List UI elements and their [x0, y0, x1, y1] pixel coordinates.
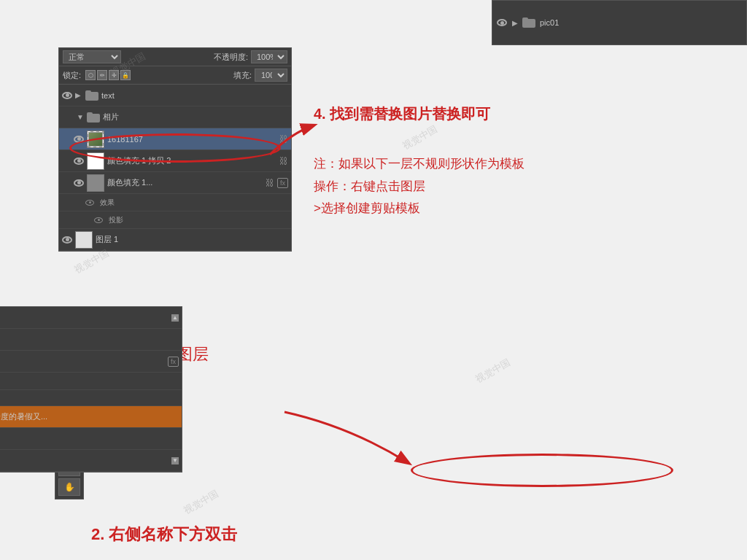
layer-name-pic01: pic01 — [540, 18, 559, 27]
eye-icon-color-fill-copy2[interactable] — [74, 158, 84, 165]
br-layer-name-text: text — [0, 314, 169, 322]
layer-name-layer1: 图层 1 — [96, 234, 288, 245]
layer-row-photo[interactable]: ▼ 相片 — [59, 106, 291, 128]
lock-brush-icon[interactable]: ✏ — [97, 70, 107, 80]
layer-row-color-fill-copy2[interactable]: 颜色填充 1 拷贝 2 ⛓ — [59, 150, 291, 172]
watermark-5: 视觉中国 — [182, 487, 221, 518]
panel-mode-row: 正常 不透明度: 100% — [59, 48, 291, 66]
br-layer-name-layer1: 图层 1 — [0, 455, 169, 466]
opacity-label: 不透明度: — [214, 52, 248, 63]
scrollbar-up[interactable]: ▲ — [171, 314, 179, 322]
watermark-2: 视觉中国 — [400, 122, 440, 153]
eye-icon-photo[interactable] — [62, 112, 74, 123]
lock-label: 锁定: — [63, 70, 81, 81]
scrollbar-down[interactable]: ▼ — [171, 457, 179, 464]
layer-thumb-color-fill — [87, 174, 104, 192]
br-layer-row-01[interactable]: ▼ 01 fx — [0, 351, 182, 373]
layer-row-color-fill[interactable]: 颜色填充 1... ⛓ fx — [59, 172, 291, 194]
br-layer-row-photo[interactable]: ▶ 相片 — [0, 428, 182, 450]
hand-tool[interactable]: ✋ — [58, 478, 80, 496]
expand-arrow-text[interactable]: ▶ — [75, 91, 82, 99]
annotation-note-line1: 注：如果以下一层不规则形状作为模板 — [314, 153, 525, 176]
chain-icon-color-fill: ⛓ — [266, 178, 274, 188]
br-layer-name-01: 01 — [0, 357, 165, 366]
effects-label: 效果 — [100, 198, 115, 208]
br-layer-name-02: 02 — [0, 335, 179, 344]
folder-icon-pic01 — [522, 18, 535, 28]
layer-row-drop-shadow: 投影 — [59, 211, 291, 229]
br-layer-row-02[interactable]: ▶ 02 — [0, 329, 182, 351]
annotation-step4: 4. 找到需替换图片替换即可 — [314, 102, 490, 125]
layer-thumb-16181167 — [87, 131, 104, 148]
arrow-expand-pic01[interactable]: ▶ — [512, 19, 518, 27]
layer-thumb-layer1 — [75, 231, 93, 249]
eye-icon-16181167[interactable] — [74, 136, 84, 143]
fill-select[interactable]: 100% — [255, 69, 287, 82]
panel-lock-row: 锁定: ⬡ ✏ ✛ 🔒 填充: 100% — [59, 66, 291, 85]
expand-arrow-photo[interactable]: ▼ — [77, 113, 84, 121]
eye-icon-color-fill[interactable] — [74, 179, 84, 187]
layer-name-photo: 相片 — [103, 112, 288, 122]
drop-shadow-label: 投影 — [109, 215, 123, 225]
layer-name-color-fill: 颜色填充 1... — [107, 177, 261, 188]
chain-icon-16181167: ⛓ — [279, 134, 288, 144]
eye-icon-drop-shadow[interactable] — [94, 217, 103, 223]
bottom-annotation-text: 2. 右侧名称下方双击 — [91, 525, 237, 543]
fill-label: 填充: — [233, 70, 252, 81]
annotation-note-line3: >选择创建剪贴模板 — [314, 198, 525, 220]
layer-name-16181167: 16181167 — [107, 135, 275, 144]
top-right-layers-panel: ▶ pic01 — [492, 0, 747, 45]
br-layer-name-photo: 相片 — [0, 433, 179, 444]
layer-thumb-color-fill-copy2 — [87, 152, 104, 170]
opacity-select[interactable]: 100% — [251, 50, 287, 63]
annotation-note-line2: 操作：右键点击图层 — [314, 176, 525, 198]
lock-icons-group: ⬡ ✏ ✛ 🔒 — [85, 70, 131, 80]
br-layer-row-text[interactable]: ▼ text ▲ — [0, 307, 182, 329]
annotation-note: 注：如果以下一层不规则形状作为模板 操作：右键点击图层 >选择创建剪贴模板 — [314, 153, 525, 220]
lock-position-icon[interactable]: ✛ — [109, 70, 119, 80]
layer-name-color-fill-copy2: 颜色填充 1 拷贝 2 — [107, 155, 275, 166]
br-fx-badge-01: fx — [168, 357, 179, 367]
lock-all-icon[interactable]: 🔒 — [120, 70, 131, 80]
blend-mode-select[interactable]: 正常 — [63, 50, 121, 63]
bottom-layers-panel: ▼ text ▲ ▶ 02 ▼ 01 fx 效果 — [0, 306, 182, 472]
top-layers-panel: 正常 不透明度: 100% 锁定: ⬡ ✏ ✛ 🔒 填充: 100% ▶ tex… — [58, 47, 292, 252]
br-layer-name-text-content: 一年一度的暑假又... — [0, 411, 179, 422]
layer-row-16181167[interactable]: 16181167 ⛓ — [59, 128, 291, 150]
eye-icon-pic01[interactable] — [496, 17, 508, 28]
br-layer-row-layer1[interactable]: 图层 1 ▼ — [0, 450, 182, 472]
br-layer-row-effects: 效果 — [0, 373, 182, 390]
arrow-annotation-bottom — [277, 405, 423, 481]
bottom-annotation: 2. 右侧名称下方双击 — [91, 524, 237, 545]
br-layer-row-drop-shadow: 投影 — [0, 390, 182, 406]
layer-row-layer1[interactable]: 图层 1 — [59, 229, 291, 251]
lock-transparent-icon[interactable]: ⬡ — [85, 70, 96, 80]
fx-badge-color-fill: fx — [277, 178, 288, 188]
eye-icon-layer1[interactable] — [62, 236, 72, 244]
layer-row-effects: 效果 — [59, 194, 291, 211]
folder-icon-photo — [87, 112, 100, 122]
folder-icon-text — [85, 90, 98, 101]
eye-icon-effects[interactable] — [85, 200, 94, 206]
br-layer-row-text-content[interactable]: T 一年一度的暑假又... — [0, 406, 182, 428]
layer-name-text: text — [101, 91, 288, 100]
eye-icon-text[interactable] — [62, 92, 72, 99]
layer-row-text[interactable]: ▶ text — [59, 85, 291, 106]
watermark-4: 视觉中国 — [473, 356, 513, 386]
chain-icon-color-fill-copy2: ⛓ — [279, 156, 288, 166]
highlight-ellipse-bottom — [411, 454, 673, 487]
